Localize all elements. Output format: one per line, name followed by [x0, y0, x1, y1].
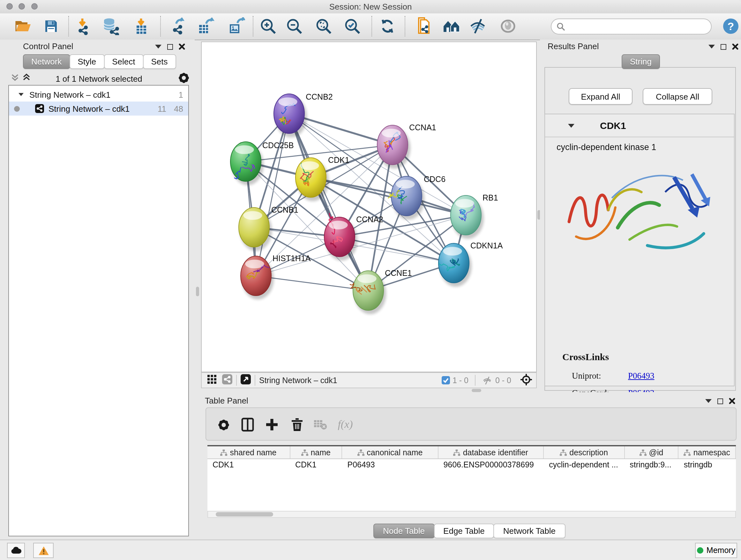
tab-network[interactable]: Network	[23, 54, 70, 69]
table-cell[interactable]: CDK1	[207, 459, 290, 471]
column-header-database-identifier[interactable]: database identifier	[438, 446, 544, 458]
hide-selected-eye-slash-icon[interactable]	[468, 17, 488, 36]
grid-view-icon[interactable]	[207, 374, 217, 386]
delete-column-trash-icon[interactable]	[287, 415, 307, 434]
open-file-icon[interactable]	[13, 17, 32, 36]
show-graphics-details-eye-icon[interactable]	[498, 17, 518, 36]
node-label: CDC25B	[262, 141, 294, 150]
zoom-selected-icon[interactable]	[343, 17, 362, 36]
collapse-panel-icon[interactable]	[155, 45, 161, 49]
float-panel-icon[interactable]	[718, 398, 723, 404]
toolbar-search[interactable]	[551, 18, 712, 35]
network-canvas[interactable]: CCNB2CCNA1CDC25BCDK1CDC6RB1CCNB1CCNA2CDK…	[201, 42, 537, 372]
table-horizontal-scrollbar[interactable]	[207, 511, 736, 518]
network-node-CCNB1[interactable]	[239, 207, 272, 251]
help-icon[interactable]: ?	[721, 17, 740, 36]
expand-all-button[interactable]: Expand All	[569, 88, 632, 105]
tab-select[interactable]: Select	[104, 54, 143, 69]
column-header-shared-name[interactable]: shared name	[207, 446, 290, 458]
selected-count: 1 - 0	[453, 376, 468, 385]
save-session-icon[interactable]	[42, 17, 61, 36]
export-network-icon[interactable]	[169, 17, 188, 36]
network-graph[interactable]: CCNB2CCNA1CDC25BCDK1CDC6RB1CCNB1CCNA2CDK…	[202, 42, 536, 372]
network-view-type-icon[interactable]	[222, 374, 232, 386]
table-cell[interactable]: stringdb:9...	[624, 459, 678, 471]
bottom-splitter-handle[interactable]	[472, 389, 481, 392]
float-panel-icon[interactable]	[721, 44, 726, 50]
home-icon[interactable]	[442, 17, 461, 36]
network-tree: String Network – cdk1 1 String Network –…	[8, 85, 189, 537]
tab-network-table[interactable]: Network Table	[494, 523, 565, 538]
status-bar: Memory	[0, 540, 741, 560]
column-header-name[interactable]: name	[290, 446, 342, 458]
collapse-gene-icon[interactable]	[568, 124, 575, 127]
table-options-gear-icon[interactable]	[214, 415, 233, 434]
network-node-HIST1H1A[interactable]	[241, 256, 274, 300]
show-columns-icon[interactable]	[238, 415, 257, 434]
close-panel-icon[interactable]	[179, 44, 185, 50]
network-collection-row[interactable]: String Network – cdk1 1	[9, 87, 188, 102]
memory-button[interactable]: Memory	[695, 543, 737, 558]
scrollbar-thumb[interactable]	[216, 512, 273, 516]
tab-style[interactable]: Style	[69, 54, 105, 69]
column-header-namespac[interactable]: namespac	[679, 446, 736, 458]
first-neighbors-icon[interactable]	[415, 17, 434, 36]
zoom-out-icon[interactable]	[285, 17, 304, 36]
import-network-database-icon[interactable]	[102, 17, 121, 36]
control-panel: Control Panel Network Style Select Sets …	[0, 40, 195, 540]
detach-view-icon[interactable]	[241, 374, 251, 386]
import-table-file-icon[interactable]	[131, 17, 151, 36]
table-cell[interactable]: P06493	[342, 459, 439, 471]
network-node-RB1[interactable]	[451, 195, 484, 239]
export-table-icon[interactable]	[196, 17, 215, 36]
selected-checkbox-icon[interactable]	[442, 376, 450, 384]
tab-edge-table[interactable]: Edge Table	[434, 523, 494, 538]
title-bar: Session: New Session	[0, 0, 741, 14]
create-column-plus-icon[interactable]	[262, 415, 281, 434]
network-node-CCNA2[interactable]	[324, 213, 357, 260]
node-table[interactable]: shared namenamecanonical namedatabase id…	[207, 445, 736, 512]
main-toolbar: ?	[0, 13, 741, 40]
network-row-selected[interactable]: String Network – cdk1 11 48	[9, 102, 188, 116]
left-splitter-handle[interactable]	[196, 287, 199, 296]
import-network-file-icon[interactable]	[74, 17, 93, 36]
node-label: CCNA1	[409, 123, 436, 132]
column-header-description[interactable]: description	[544, 446, 624, 458]
app-window: Session: New Session	[0, 0, 741, 560]
table-cell[interactable]: CDK1	[290, 459, 342, 471]
network-options-gear-icon[interactable]	[178, 71, 190, 87]
close-panel-icon[interactable]	[732, 44, 738, 50]
uniprot-link[interactable]: P06493	[628, 371, 655, 381]
table-cell[interactable]: cyclin-dependent ...	[544, 459, 624, 471]
table-row[interactable]: CDK1CDK1P064939606.ENSP00000378699cyclin…	[207, 459, 736, 471]
warnings-button[interactable]	[33, 543, 54, 558]
zoom-in-icon[interactable]	[259, 17, 278, 36]
table-cell[interactable]: 9606.ENSP00000378699	[438, 459, 544, 471]
export-image-icon[interactable]	[226, 17, 246, 36]
collapse-all-button[interactable]: Collapse All	[643, 88, 712, 105]
collapse-panel-icon[interactable]	[705, 399, 712, 403]
birds-eye-crosshair-icon[interactable]	[520, 373, 532, 387]
tab-node-table[interactable]: Node Table	[374, 523, 434, 538]
column-header-canonical-name[interactable]: canonical name	[342, 446, 438, 458]
tab-string[interactable]: String	[622, 54, 660, 69]
column-header--id[interactable]: @id	[624, 446, 678, 458]
close-panel-icon[interactable]	[729, 398, 735, 404]
network-node-CDKN1A[interactable]	[439, 243, 472, 287]
search-input[interactable]	[565, 21, 696, 32]
node-label: CDK1	[328, 155, 349, 165]
expand-all-networks-icon[interactable]	[22, 73, 30, 84]
zoom-fit-icon[interactable]	[314, 17, 333, 36]
cloud-button[interactable]	[7, 543, 25, 558]
table-cell[interactable]: stringdb	[679, 459, 736, 471]
float-panel-icon[interactable]	[167, 44, 173, 50]
node-label: CCNB1	[271, 205, 298, 214]
refresh-icon[interactable]	[378, 17, 397, 36]
tree-expand-icon[interactable]	[18, 93, 23, 96]
tab-sets[interactable]: Sets	[143, 54, 176, 69]
collapse-panel-icon[interactable]	[709, 45, 715, 49]
network-node-CDK1[interactable]	[295, 158, 329, 201]
network-node-CCNB2[interactable]	[274, 94, 307, 137]
collapse-all-networks-icon[interactable]	[11, 73, 19, 84]
network-node-CDC6[interactable]	[388, 176, 424, 220]
